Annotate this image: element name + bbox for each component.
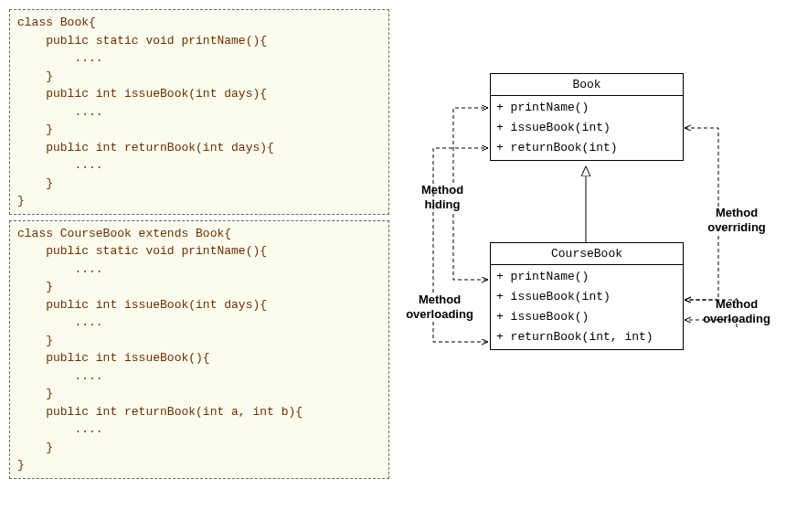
uml-book-methods: + printName() + issueBook(int) + returnB… (491, 96, 683, 160)
uml-method: + printName() (496, 98, 677, 118)
label-overriding: Method overriding (700, 206, 773, 234)
uml-method: + returnBook(int, int) (496, 327, 677, 347)
uml-coursebook: CourseBook + printName() + issueBook(int… (490, 242, 684, 350)
label-overloading-left: Method overloading (398, 293, 481, 321)
uml-method: + printName() (496, 267, 677, 287)
uml-method: + issueBook(int) (496, 118, 677, 138)
uml-book: Book + printName() + issueBook(int) + re… (490, 73, 684, 161)
code-book: class Book{ public static void printName… (9, 9, 389, 215)
uml-method: + issueBook(int) (496, 287, 677, 307)
label-hiding: Method hiding (409, 183, 475, 211)
uml-coursebook-title: CourseBook (491, 243, 683, 265)
uml-method: + returnBook(int) (496, 138, 677, 158)
uml-book-title: Book (491, 74, 683, 96)
uml-diagram: Book + printName() + issueBook(int) + re… (398, 9, 777, 521)
uml-method: + issueBook() (496, 307, 677, 327)
uml-coursebook-methods: + printName() + issueBook(int) + issueBo… (491, 265, 683, 349)
label-overloading-right: Method overloading (700, 297, 773, 325)
code-coursebook: class CourseBook extends Book{ public st… (9, 220, 389, 479)
